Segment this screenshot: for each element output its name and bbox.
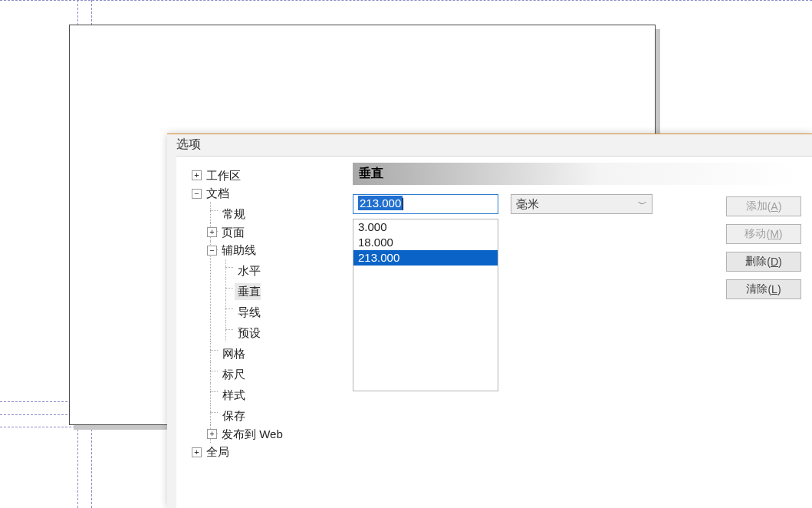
tree-item-global[interactable]: + 全局 xyxy=(204,444,229,460)
hotkey: A xyxy=(771,200,777,213)
options-dialog: 选项 + 工作区 − 文档 常规 +页面 xyxy=(167,134,812,508)
chevron-down-icon: ﹀ xyxy=(638,198,647,211)
move-button[interactable]: 移动(M) xyxy=(726,224,801,244)
list-item[interactable]: 3.000 xyxy=(353,219,498,235)
hotkey: L xyxy=(771,283,777,295)
pane-title: 垂直 xyxy=(353,163,800,185)
detail-pane: 垂直 213.000 毫米 ﹀ 3.00018.000213.000 添加(A)… xyxy=(347,163,806,502)
collapse-icon[interactable]: − xyxy=(207,246,217,256)
button-label: 清除 xyxy=(746,282,768,296)
value-input[interactable]: 213.000 xyxy=(353,194,498,214)
tree-item-vertical[interactable]: 垂直 xyxy=(235,283,261,300)
list-item[interactable]: 213.000 xyxy=(353,250,498,266)
tree-item-publish-web[interactable]: +发布到 Web xyxy=(219,426,283,443)
tree-item-guide[interactable]: 导线 xyxy=(235,304,261,321)
tree-label: 垂直 xyxy=(238,283,261,300)
tree-label: 工作区 xyxy=(206,167,241,184)
unit-select[interactable]: 毫米 ﹀ xyxy=(511,194,653,214)
tree-item-guides[interactable]: −辅助线 xyxy=(219,242,256,259)
unit-label: 毫米 xyxy=(516,197,539,212)
tree-label: 全局 xyxy=(206,444,229,460)
hotkey: M xyxy=(770,228,779,240)
tree-label: 网格 xyxy=(222,345,245,362)
dialog-body: + 工作区 − 文档 常规 +页面 −辅助线 xyxy=(176,156,812,508)
tree-item-save[interactable]: 保存 xyxy=(219,407,245,424)
expand-icon[interactable]: + xyxy=(207,429,217,439)
tree-item-grid[interactable]: 网格 xyxy=(219,345,245,362)
tree-label: 发布到 Web xyxy=(222,426,283,443)
hotkey: D xyxy=(771,256,778,268)
button-label: 添加 xyxy=(746,200,768,213)
guide-horizontal xyxy=(0,0,812,1)
dialog-title: 选项 xyxy=(176,137,201,153)
values-listbox[interactable]: 3.00018.000213.000 xyxy=(353,219,498,391)
input-value: 213.000 xyxy=(358,196,403,210)
tree-label: 页面 xyxy=(222,224,245,241)
expand-icon[interactable]: + xyxy=(192,170,202,180)
tree-label: 辅助线 xyxy=(222,242,256,259)
tree-item-horizontal[interactable]: 水平 xyxy=(235,262,261,279)
tree-item-preset[interactable]: 预设 xyxy=(235,325,261,341)
delete-button[interactable]: 删除(D) xyxy=(726,252,801,272)
tree-item-style[interactable]: 样式 xyxy=(219,387,245,404)
clear-button[interactable]: 清除(L) xyxy=(726,279,801,299)
tree-label: 常规 xyxy=(222,206,245,223)
tree-label: 保存 xyxy=(222,407,245,424)
tree-label: 水平 xyxy=(238,262,261,279)
tree-item-general[interactable]: 常规 xyxy=(219,206,245,223)
tree-item-ruler[interactable]: 标尺 xyxy=(219,366,245,383)
options-tree[interactable]: + 工作区 − 文档 常规 +页面 −辅助线 xyxy=(186,163,347,502)
tree-item-document[interactable]: − 文档 xyxy=(204,185,229,202)
tree-label: 预设 xyxy=(238,325,261,341)
collapse-icon[interactable]: − xyxy=(192,189,202,199)
tree-item-workspace[interactable]: + 工作区 xyxy=(204,167,241,184)
button-label: 删除 xyxy=(745,255,767,269)
list-item[interactable]: 18.000 xyxy=(353,235,498,250)
tree-item-page[interactable]: +页面 xyxy=(219,224,245,241)
expand-icon[interactable]: + xyxy=(192,447,202,457)
add-button[interactable]: 添加(A) xyxy=(726,196,801,216)
tree-label: 标尺 xyxy=(222,366,245,383)
tree-label: 样式 xyxy=(222,387,245,404)
expand-icon[interactable]: + xyxy=(207,227,217,237)
tree-label: 导线 xyxy=(238,304,261,321)
tree-label: 文档 xyxy=(206,185,229,202)
button-label: 移动 xyxy=(745,227,766,241)
